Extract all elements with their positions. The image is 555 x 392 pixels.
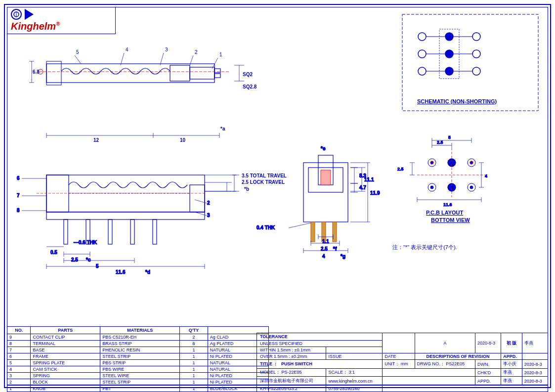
revision-person: 李燕	[522, 333, 548, 353]
svg-point-172	[445, 50, 453, 58]
svg-rect-90	[311, 222, 315, 242]
svg-point-175	[472, 50, 480, 58]
table-row: 8 TERMINAL BRASS STRIP 6 Ag PLATED	[7, 341, 269, 347]
table-row: 1 KNOB PBT 1 BLUE/BLUCK	[7, 386, 269, 392]
table-row: 4 CAM STICK PBS WIRE 1 NATURAL	[7, 366, 269, 373]
svg-point-133	[430, 186, 433, 189]
svg-text:*d: *d	[145, 269, 150, 275]
svg-rect-44	[46, 175, 69, 212]
svg-text:2.5 LOCK TRAVEL: 2.5 LOCK TRAVEL	[242, 179, 285, 185]
svg-text:11.9: 11.9	[370, 190, 380, 196]
svg-text:7: 7	[17, 193, 20, 198]
unit-label: UNIT： mm	[383, 360, 415, 369]
svg-text:5: 5	[96, 263, 99, 269]
svg-point-169	[418, 50, 426, 58]
svg-point-174	[472, 33, 480, 41]
svg-text:1.1: 1.1	[322, 239, 329, 244]
svg-text:—0.6 THK: —0.6 THK	[74, 240, 97, 245]
svg-text:5: 5	[76, 49, 79, 55]
svg-text:1: 1	[219, 52, 222, 57]
svg-point-173	[445, 67, 453, 75]
svg-rect-89	[321, 170, 331, 185]
company-website: www.kinghelm.com.cn	[326, 377, 383, 386]
svg-text:5: 5	[448, 135, 451, 140]
svg-rect-40	[108, 219, 112, 244]
svg-text:*f: *f	[333, 246, 337, 252]
issue-label: ISSUE	[326, 353, 383, 360]
dwn-date: 2020-8-3	[522, 360, 548, 369]
svg-text:8: 8	[17, 208, 20, 213]
table-row: 6 FRAME STEEL STRIP 1 Ni PLATED	[7, 353, 269, 360]
svg-text:注："*" 表示关键尺寸(7个).: 注："*" 表示关键尺寸(7个).	[392, 244, 457, 250]
right-info-block: TOLERANCE A 2020-8-3 初 版 李燕 UNLESS SPECI…	[256, 333, 548, 392]
svg-point-137	[470, 186, 473, 189]
model-label: MODEL： PS-22E05	[257, 369, 326, 377]
svg-line-24	[212, 58, 218, 69]
desc-label: DESCRIPTIONS OF REVISION	[415, 353, 501, 360]
svg-rect-167	[402, 14, 538, 111]
unless-specified: UNLESS SPECIFIED	[257, 341, 383, 347]
svg-text:4.7: 4.7	[359, 185, 366, 190]
dwn-label: DWN.	[475, 360, 501, 369]
svg-text:BOTTOM VIEW: BOTTOM VIEW	[431, 217, 470, 223]
revision-text: 初 版	[501, 333, 522, 353]
svg-text:*a: *a	[220, 126, 225, 131]
svg-text:3: 3	[207, 213, 210, 218]
over-tol: OVER 1.5mm : ±0.2mm	[257, 353, 326, 360]
svg-text:2.5: 2.5	[397, 167, 404, 172]
chkd-person: 李燕	[501, 369, 522, 377]
appd-date: 2020-8-3	[522, 377, 548, 386]
svg-text:4: 4	[126, 47, 128, 52]
svg-rect-5	[190, 67, 214, 79]
svg-rect-45	[190, 185, 205, 212]
company-name: 深圳市金航标电子有限公司	[257, 377, 326, 386]
svg-text:10: 10	[180, 137, 186, 143]
svg-point-170	[418, 67, 426, 75]
tolerance-header: TOLERANCE	[257, 333, 383, 341]
phone: 0755-28190160	[326, 386, 383, 392]
svg-text:6: 6	[17, 175, 20, 181]
dwn-person: 李小庆	[501, 360, 522, 369]
part-number: KH-PS22E05-G3.2	[257, 386, 326, 392]
table-row: 2 BLOCK STEEL STRIP 1 Ni PLATED	[7, 379, 269, 386]
svg-line-26	[160, 53, 164, 65]
svg-text:2.5: 2.5	[321, 246, 328, 252]
svg-rect-38	[64, 219, 68, 244]
svg-rect-6	[214, 69, 220, 73]
table-row: 7 BASE PHENOLIC RESIN 1 NATURAL	[7, 347, 269, 353]
svg-text:2: 2	[195, 49, 198, 55]
svg-text:SCHEMATIC (NON-SHORTING): SCHEMATIC (NON-SHORTING)	[417, 98, 497, 104]
svg-text:0.5: 0.5	[50, 250, 57, 255]
chkd-date: 2020-8-3	[522, 369, 548, 377]
svg-text:2: 2	[207, 200, 210, 206]
svg-text:3: 3	[165, 47, 168, 52]
svg-rect-7	[214, 74, 220, 78]
svg-text:2.5: 2.5	[437, 140, 443, 145]
title-label: TITLE ： PUSH SWITCH	[257, 360, 383, 369]
svg-point-176	[472, 67, 480, 75]
date-label: DATE	[383, 353, 415, 360]
col-no: NO.	[7, 327, 31, 334]
svg-rect-42	[153, 219, 157, 244]
svg-point-168	[418, 33, 426, 41]
svg-text:4: 4	[322, 254, 325, 259]
table-row: 3 SPRING STEEL WIRE 1 Ni PLATED	[7, 373, 269, 379]
svg-rect-3	[46, 61, 61, 85]
col-qty: Q'TY	[180, 327, 208, 334]
svg-line-111	[289, 223, 311, 228]
appd-label-header: APPD.	[501, 353, 522, 360]
svg-text:0.4 THK: 0.4 THK	[256, 225, 275, 230]
chkd-label: CHK'D	[475, 369, 501, 377]
table-row: 5 SPRING PLATE PBS STRIP 1 NATURAL	[7, 360, 269, 366]
svg-text:SQ2.8: SQ2.8	[243, 84, 257, 89]
svg-rect-4	[170, 65, 190, 81]
svg-text:*g: *g	[341, 254, 345, 259]
svg-text:11.6: 11.6	[116, 269, 126, 275]
svg-text:3.5 TOTAL TRAVEL: 3.5 TOTAL TRAVEL	[242, 173, 287, 178]
svg-line-27	[121, 53, 124, 65]
svg-text:*e: *e	[321, 146, 326, 151]
main-drawing: 1 2 3 4 5 6.8 12 10 *a SQ2 SQ2.8	[7, 7, 548, 289]
issue-rev: A	[415, 333, 475, 353]
drwg-label: DRWG NO.： PS22E05	[415, 360, 475, 369]
svg-text:4: 4	[485, 174, 487, 178]
